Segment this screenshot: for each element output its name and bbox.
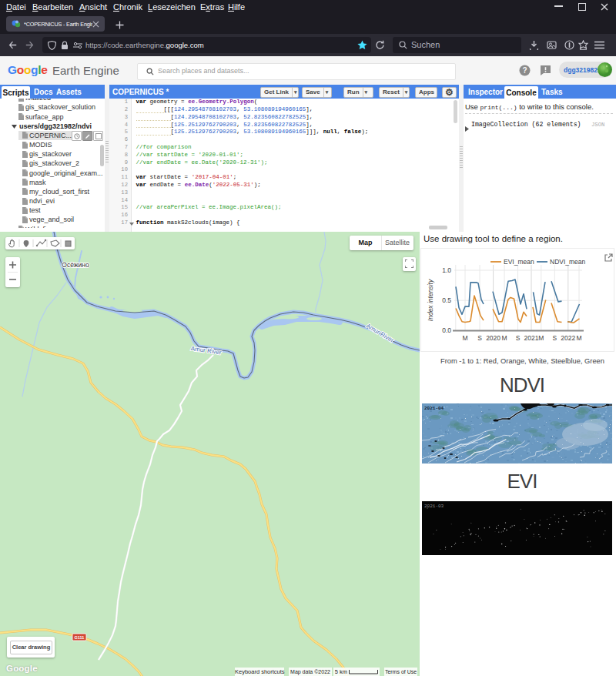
svg-text:S: S [516,334,521,342]
svg-text:M: M [462,334,467,342]
svg-text:?: ? [522,66,527,75]
svg-text:0.0: 0.0 [442,326,451,334]
svg-text:2020: 2020 [486,334,500,342]
svg-text:S: S [477,334,482,342]
svg-text:0.5: 0.5 [442,296,451,304]
svg-text:Осёжино: Осёжино [62,261,89,269]
svg-text:S: S [552,334,557,342]
svg-text:M: M [501,334,507,342]
svg-text:2021-04: 2021-04 [424,406,444,411]
svg-text:2022: 2022 [561,334,575,342]
svg-text:EVI_mean: EVI_mean [504,258,534,266]
svg-text:2021: 2021 [524,334,539,342]
svg-text:M: M [538,334,544,342]
svg-text:Index intensity: Index intensity [427,279,434,321]
svg-text:2021-03: 2021-03 [424,504,444,509]
svg-text:M: M [576,334,581,342]
svg-text:1.0: 1.0 [442,266,451,274]
svg-text:G111: G111 [75,635,85,640]
svg-text:NDVI_mean: NDVI_mean [550,258,586,266]
